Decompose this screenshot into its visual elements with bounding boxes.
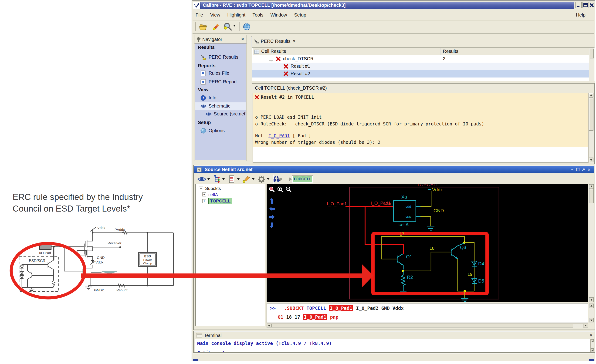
canvas-vertical-scrollbar[interactable] bbox=[589, 184, 594, 302]
perc-load-line: o PERC LOAD esd INIT init bbox=[255, 114, 322, 120]
source-netlist-toolbar: TOPCELL bbox=[194, 173, 594, 185]
netlist-horizontal-scrollbar[interactable] bbox=[267, 323, 588, 328]
dropdown-caret-icon[interactable] bbox=[222, 178, 225, 181]
scroll-down-icon[interactable] bbox=[589, 318, 594, 322]
settings-gear-icon[interactable] bbox=[257, 174, 266, 184]
instance-page-icon[interactable] bbox=[227, 174, 237, 184]
menu-window[interactable]: Window bbox=[268, 12, 290, 18]
tree-item-topcell[interactable]: TOPCELL bbox=[208, 199, 232, 204]
column-header-results[interactable]: Results bbox=[440, 48, 589, 55]
resize-grip-right[interactable] bbox=[589, 359, 594, 361]
circuit-gnd-label: GND bbox=[97, 256, 105, 260]
schematic-q3-label: Q3 bbox=[460, 245, 466, 250]
detach-icon[interactable]: ↗ bbox=[581, 167, 586, 172]
nav-item-info[interactable]: i Info bbox=[195, 94, 246, 102]
nav-item-rules-file[interactable]: Rules File bbox=[195, 70, 246, 77]
table-row-check-dtscr[interactable]: – check_DTSCR 2 bbox=[252, 55, 589, 63]
navigator-header[interactable]: Navigator × bbox=[194, 35, 246, 44]
scroll-down-icon[interactable] bbox=[589, 157, 593, 162]
toolbar-separator bbox=[239, 22, 240, 31]
dropdown-caret-icon[interactable] bbox=[237, 178, 240, 181]
tab-close-icon[interactable]: x bbox=[293, 39, 295, 44]
scrollbar-thumb[interactable] bbox=[589, 98, 593, 131]
tab-perc-results[interactable]: PERC Results x bbox=[251, 36, 297, 47]
probe-pen-icon[interactable] bbox=[242, 174, 252, 184]
search-icon[interactable] bbox=[223, 22, 237, 32]
netlist-highlight-net[interactable]: I_O_Pad1 bbox=[329, 305, 353, 311]
column-header-cell-results[interactable]: Cell Results bbox=[252, 48, 440, 55]
toolbar-handle[interactable] bbox=[195, 22, 196, 31]
nav-item-perc-report[interactable]: PERC Report bbox=[195, 78, 246, 86]
scroll-up-icon[interactable] bbox=[589, 93, 593, 97]
scroll-up-icon[interactable] bbox=[589, 304, 594, 308]
scrollbar-thumb[interactable] bbox=[589, 189, 594, 203]
pan-left-icon[interactable] bbox=[269, 206, 275, 213]
window-title[interactable]: Calibre - RVE : svdb TOPCELL [/home/dmed… bbox=[200, 2, 574, 9]
nav-item-perc-results[interactable]: PERC Results bbox=[195, 53, 246, 61]
pan-up-icon[interactable] bbox=[269, 198, 275, 205]
pan-down-icon[interactable] bbox=[269, 222, 275, 230]
menu-setup[interactable]: Setup bbox=[291, 12, 309, 18]
net-i-o-pad1-link[interactable]: I_O_PAD1 bbox=[268, 133, 290, 138]
pan-right-icon[interactable] bbox=[269, 214, 275, 221]
nav-section-setup: Setup bbox=[198, 120, 211, 125]
terminal-output[interactable]: Main console display active (Tcl8.4.9 / … bbox=[195, 339, 590, 352]
dropdown-caret-icon[interactable] bbox=[207, 178, 210, 181]
menu-tools[interactable]: Tools bbox=[249, 12, 266, 18]
table-row-result-2[interactable]: Result #2 bbox=[252, 70, 589, 77]
menu-highlight[interactable]: Highlight bbox=[224, 12, 248, 18]
source-netlist-titlebar[interactable]: Source Netlist src.net – ❐ ↗ × bbox=[194, 166, 594, 173]
zoom-out-icon[interactable] bbox=[285, 186, 292, 194]
netlist-text-area[interactable]: >> .SUBCKT TOPCELL I_O_Pad1 I_O_Pad2 GND… bbox=[267, 303, 588, 323]
expand-expander-icon[interactable]: + bbox=[202, 193, 206, 196]
zoom-select-icon[interactable] bbox=[268, 186, 275, 194]
scroll-left-icon[interactable] bbox=[267, 324, 272, 327]
dropdown-caret-icon[interactable] bbox=[267, 178, 270, 181]
scroll-up-icon[interactable] bbox=[589, 184, 594, 189]
schematic-canvas[interactable]: TOPCELL I_O_Pad1 I_O_Pad1 in Xa cellA vd… bbox=[267, 184, 588, 302]
web-globe-icon[interactable] bbox=[242, 22, 252, 32]
back-arrow-icon[interactable] bbox=[275, 174, 285, 184]
highlight-pen-icon[interactable] bbox=[212, 22, 222, 32]
close-button[interactable] bbox=[589, 2, 595, 8]
navigator-close-icon[interactable]: × bbox=[240, 37, 245, 41]
terminal-header[interactable]: Terminal × bbox=[194, 332, 594, 339]
scroll-right-icon[interactable] bbox=[583, 324, 588, 327]
nav-item-options[interactable]: Options bbox=[195, 127, 246, 134]
scroll-down-icon[interactable] bbox=[589, 297, 594, 302]
tree-item-cella[interactable]: cellA bbox=[208, 192, 218, 197]
tree-root-label[interactable]: Subckts bbox=[205, 186, 221, 191]
hierarchy-icon[interactable] bbox=[212, 174, 222, 184]
maximize-button[interactable] bbox=[582, 2, 589, 8]
terminal-close-icon[interactable]: × bbox=[590, 333, 592, 338]
netlist-vertical-scrollbar[interactable] bbox=[589, 303, 594, 323]
scroll-up-icon[interactable] bbox=[591, 339, 594, 342]
netlist-highlight-net[interactable]: I_O_Pad1 bbox=[303, 314, 327, 320]
tree-connector bbox=[201, 190, 201, 201]
open-folder-icon[interactable] bbox=[199, 22, 209, 32]
scroll-down-icon[interactable] bbox=[591, 349, 594, 351]
nav-item-source[interactable]: Source (src.net) bbox=[195, 110, 246, 118]
scrollbar-thumb[interactable] bbox=[590, 49, 594, 59]
close-icon[interactable]: × bbox=[587, 167, 592, 172]
dropdown-caret-icon[interactable] bbox=[252, 178, 255, 181]
menu-help[interactable]: Help bbox=[574, 12, 588, 18]
selected-cell-chip[interactable]: TOPCELL bbox=[292, 176, 313, 183]
expand-expander-icon[interactable]: + bbox=[202, 199, 206, 203]
nav-item-schematic[interactable]: Schematic bbox=[195, 102, 246, 110]
minimize-icon[interactable]: – bbox=[570, 167, 575, 172]
menu-file[interactable]: File bbox=[193, 12, 206, 18]
scrollbar-thumb[interactable] bbox=[272, 324, 573, 327]
collapse-expander-icon[interactable]: – bbox=[269, 57, 273, 61]
zoom-in-icon[interactable] bbox=[276, 186, 283, 194]
view-eye-icon[interactable] bbox=[197, 174, 207, 184]
table-row-result-1[interactable]: Result #1 bbox=[252, 63, 589, 70]
cell-panel-scrollbar[interactable] bbox=[588, 93, 594, 163]
menu-view[interactable]: View bbox=[207, 12, 223, 18]
restore-icon[interactable]: ❐ bbox=[575, 167, 581, 172]
terminal-scrollbar[interactable] bbox=[590, 339, 594, 352]
collapse-expander-icon[interactable]: – bbox=[199, 186, 203, 190]
results-table-scrollbar[interactable] bbox=[589, 48, 594, 81]
minimize-button[interactable] bbox=[575, 2, 581, 8]
resize-grip-left[interactable] bbox=[193, 359, 198, 361]
